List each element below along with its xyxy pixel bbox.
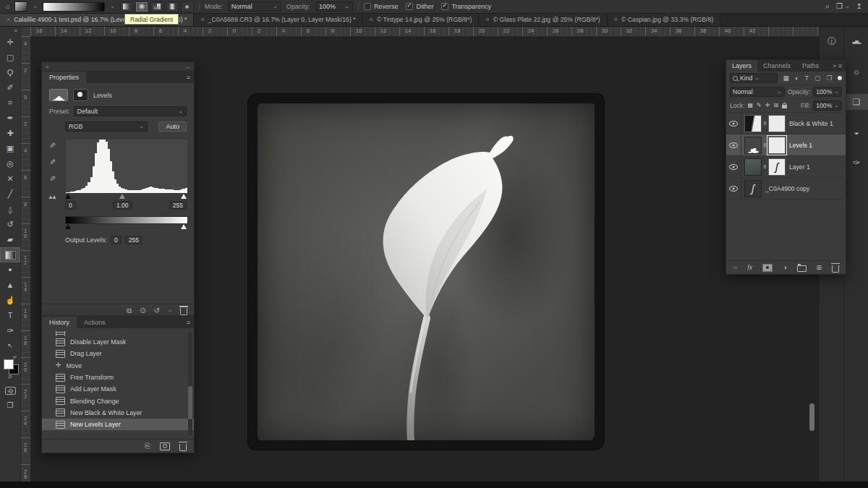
sample-black-point-icon[interactable]: ✎ — [48, 142, 56, 148]
panel-grip[interactable]: × ↔ — [42, 62, 194, 72]
layer-thumbnail[interactable] — [744, 115, 762, 132]
pen-tool[interactable]: ✑ — [0, 323, 20, 338]
linear-gradient-button[interactable] — [120, 1, 133, 12]
document-tab[interactable]: ×© Glass Plate 22.jpg @ 25% (RGB/8*) — [479, 13, 607, 26]
preset-dropdown[interactable]: Default⌄ — [74, 106, 187, 116]
mixer-brush-tool[interactable]: ◎ — [0, 156, 20, 171]
slice-tool[interactable]: ✕ — [0, 171, 20, 187]
layer-mask-thumbnail[interactable] — [768, 137, 786, 154]
adjustments-panel-icon[interactable]: ☼ — [844, 64, 868, 80]
diamond-gradient-button[interactable] — [181, 1, 194, 12]
smudge-tool[interactable]: ☝ — [0, 293, 20, 308]
mode-dropdown[interactable]: Normal⌄ — [228, 1, 281, 12]
document-tab[interactable]: ×_C0A5689.CR3 @ 16.7% (Layer 0, Layer Ma… — [194, 13, 362, 26]
history-scrollbar-thumb[interactable] — [188, 386, 192, 419]
close-icon[interactable]: × — [485, 16, 489, 23]
history-item[interactable] — [42, 331, 194, 336]
history-item[interactable]: New Black & White Layer — [42, 407, 194, 419]
history-item[interactable]: ✛Move — [42, 360, 194, 372]
toolbar-expand-icon[interactable]: » — [0, 26, 20, 35]
shadow-input-value[interactable]: 0 — [65, 201, 76, 210]
checkbox-box[interactable] — [441, 3, 448, 10]
layer-row[interactable]: _C0A4900 copy — [726, 178, 846, 200]
filter-smartobject-icon[interactable]: ❐ — [827, 75, 833, 82]
foreground-color-swatch[interactable] — [4, 359, 14, 369]
libraries-panel-icon[interactable]: ◒ — [844, 124, 868, 140]
sharpen-tool[interactable]: ▲ — [0, 278, 20, 293]
delete-layer-icon[interactable] — [832, 265, 839, 273]
chevron-down-icon[interactable]: ⌄ — [110, 4, 115, 9]
blur-tool[interactable]: ● — [0, 262, 20, 278]
eye-icon[interactable] — [729, 186, 738, 192]
add-layer-mask-icon[interactable] — [762, 264, 773, 272]
layer-visibility-cell[interactable] — [726, 178, 741, 199]
quick-mask-icon[interactable] — [5, 387, 16, 395]
eye-icon[interactable] — [729, 121, 738, 127]
close-icon[interactable]: × — [614, 16, 618, 23]
layer-name[interactable]: Levels 1 — [789, 142, 812, 149]
close-icon[interactable]: × — [200, 16, 204, 23]
layer-row[interactable]: 8Levels 1 — [726, 134, 846, 156]
layer-mask-thumbnail[interactable] — [768, 158, 786, 176]
clip-to-layer-icon[interactable]: ⧉ — [127, 307, 132, 314]
healing-brush-tool[interactable]: ▣ — [0, 141, 20, 156]
history-item[interactable]: Blending Change — [42, 395, 194, 406]
output-highlight-slider[interactable] — [181, 224, 187, 229]
document-tab[interactable]: ×© Caspian.jpg @ 33.3% (RGB/8) — [608, 13, 721, 26]
brush-tool[interactable]: ╱ — [0, 187, 20, 202]
layer-mask-icon[interactable] — [73, 89, 88, 101]
layer-effects-icon[interactable]: fx — [747, 265, 752, 271]
lasso-tool[interactable]: Ϙ — [0, 65, 20, 80]
horizontal-ruler[interactable]: 1614121086420246810121416182022242628303… — [30, 26, 819, 37]
document-canvas[interactable] — [248, 94, 604, 450]
reflected-gradient-button[interactable] — [166, 1, 179, 12]
quick-selection-tool[interactable]: ✐ — [0, 80, 20, 95]
new-doc-from-state-icon[interactable]: ⎘ — [145, 442, 150, 450]
checkbox-box[interactable] — [364, 3, 371, 10]
marquee-tool[interactable]: ▢ — [0, 50, 20, 65]
tab-paths[interactable]: Paths — [796, 60, 825, 72]
radial-gradient-button[interactable] — [135, 1, 148, 12]
eyedropper-tool[interactable]: ✒ — [0, 111, 20, 126]
close-icon[interactable]: × — [370, 16, 373, 23]
gradient-tool[interactable] — [0, 247, 20, 262]
layer-thumbnail[interactable] — [744, 137, 762, 154]
chevron-down-icon[interactable]: ⌄ — [845, 4, 850, 9]
chevron-down-icon[interactable]: ⌄ — [33, 4, 38, 9]
close-icon[interactable]: × — [7, 16, 10, 23]
lock-paint-icon[interactable]: ✎ — [757, 103, 762, 108]
spot-healing-brush-tool[interactable]: ✚ — [0, 126, 20, 141]
history-item[interactable]: Add Layer Mask — [42, 383, 194, 395]
ruler-origin-corner[interactable] — [20, 26, 31, 37]
move-tool[interactable]: ✛ — [0, 35, 20, 50]
layer-row[interactable]: 8Layer 1 — [726, 156, 846, 178]
layer-opacity-dropdown[interactable]: 100%⌄ — [813, 87, 842, 97]
output-shadow-value[interactable]: 0 — [111, 236, 122, 244]
new-group-icon[interactable] — [797, 265, 807, 272]
link-layers-icon[interactable]: ∞ — [733, 265, 737, 271]
visibility-eye-icon[interactable] — [168, 310, 172, 312]
layer-thumbnail[interactable] — [744, 180, 762, 197]
histogram-panel-icon[interactable]: ▃▅▂ — [844, 33, 868, 49]
layers-panel-icon[interactable]: ❏ — [844, 94, 868, 110]
crop-tool[interactable]: ⌗ — [0, 95, 20, 111]
sample-white-point-icon[interactable]: ✎ — [48, 176, 56, 181]
midtone-input-value[interactable]: 1.00 — [113, 201, 132, 210]
path-selection-tool[interactable]: ↖ — [0, 338, 20, 354]
info-panel-icon[interactable]: ⓘ — [820, 33, 844, 49]
type-tool[interactable]: T — [0, 308, 20, 323]
midtone-input-slider[interactable] — [119, 194, 125, 199]
filter-pixel-icon[interactable]: ▦ — [783, 75, 788, 82]
gradient-tool-preset-icon[interactable] — [14, 1, 27, 12]
panel-menu-icon[interactable]: ≡ — [187, 74, 190, 81]
vertical-ruler[interactable]: 420246810121416182022242628 — [20, 36, 31, 481]
layer-thumbnail[interactable] — [744, 158, 762, 176]
layer-visibility-cell[interactable] — [726, 134, 741, 155]
layer-name[interactable]: Layer 1 — [789, 163, 810, 171]
layer-visibility-cell[interactable] — [726, 113, 741, 134]
layer-name[interactable]: Black & White 1 — [789, 120, 833, 127]
eye-icon[interactable] — [729, 142, 738, 148]
lock-transparency-icon[interactable]: ▦ — [748, 103, 754, 108]
search-icon[interactable]: ⌕ — [825, 3, 830, 10]
eraser-tool[interactable]: ▰ — [0, 232, 20, 247]
